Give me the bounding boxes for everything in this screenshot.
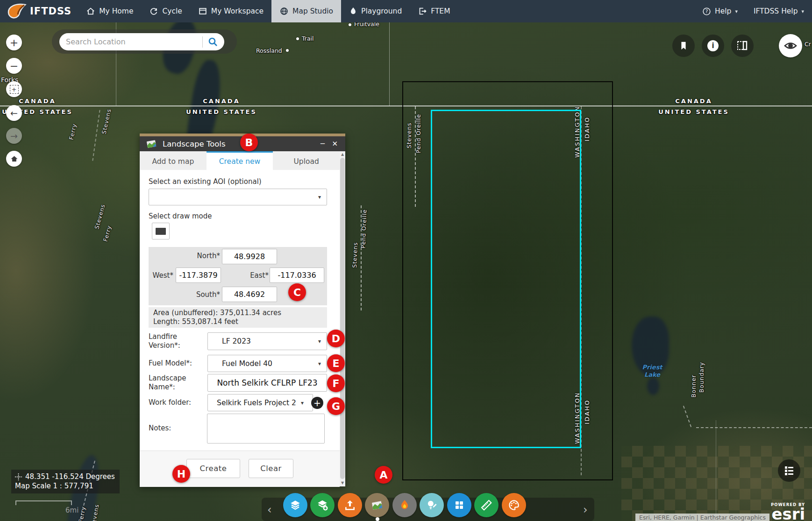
search-input[interactable] bbox=[65, 37, 198, 47]
east-input[interactable] bbox=[270, 268, 324, 283]
previous-extent-button[interactable]: ← bbox=[6, 105, 22, 121]
home-icon bbox=[86, 7, 95, 16]
home-extent-button[interactable] bbox=[6, 151, 22, 167]
border-label-us: UNITED STATES bbox=[658, 108, 729, 115]
clear-button[interactable]: Clear bbox=[249, 459, 293, 478]
bookmark-icon bbox=[678, 41, 689, 51]
zoom-out-button[interactable]: − bbox=[6, 58, 22, 74]
home-icon bbox=[10, 155, 19, 163]
landscape-tool-button-active[interactable] bbox=[365, 493, 389, 517]
zoom-to-extent-button[interactable]: + bbox=[6, 81, 22, 97]
fire-behavior-tool-button[interactable] bbox=[392, 493, 417, 517]
nav-item-playground[interactable]: Playground bbox=[341, 0, 410, 22]
nav-label: Cycle bbox=[162, 7, 182, 15]
workspace-icon bbox=[198, 7, 207, 16]
nav-item-map-studio[interactable]: Map Studio bbox=[271, 0, 341, 22]
guide-badge-b: B bbox=[240, 134, 258, 151]
west-input[interactable] bbox=[176, 268, 221, 283]
border-label-canada: CANADA bbox=[203, 98, 240, 105]
toolbar-scroll-left[interactable]: ‹ bbox=[267, 503, 272, 516]
landscape-tools-dialog: Landscape Tools ─ ✕ Add to map Create ne… bbox=[140, 134, 345, 486]
extent-box-icon: + bbox=[10, 85, 19, 94]
chevron-down-icon: ▾ bbox=[735, 8, 738, 14]
graticule-line bbox=[716, 420, 716, 521]
scroll-down-icon[interactable]: ▼ bbox=[340, 480, 345, 486]
east-label: East* bbox=[241, 271, 269, 280]
search-divider bbox=[202, 36, 203, 48]
iftdss-logo[interactable]: IFTDSS bbox=[0, 0, 78, 22]
aoi-select[interactable]: ▾ bbox=[149, 189, 327, 205]
eye-icon bbox=[784, 39, 798, 53]
back-arrow-icon: ← bbox=[10, 108, 18, 118]
nav-item-cycle[interactable]: Cycle bbox=[141, 0, 190, 22]
close-button[interactable]: ✕ bbox=[332, 140, 338, 148]
fuel-model-select[interactable]: Fuel Model 40 ▾ bbox=[207, 355, 327, 372]
next-extent-button[interactable]: → bbox=[6, 128, 22, 144]
nav-item-my-workspace[interactable]: My Workspace bbox=[190, 0, 271, 22]
landscape-name-label: Landscape Name*: bbox=[149, 374, 200, 392]
dialog-scrollbar[interactable]: ▲ ▼ bbox=[340, 151, 345, 486]
top-nav-bar: IFTDSS My Home Cycle My Workspace Map St… bbox=[0, 0, 812, 22]
layers-tool-button[interactable] bbox=[283, 493, 307, 517]
landfire-version-select[interactable]: LF 2023 ▾ bbox=[207, 332, 327, 350]
analysis-notes-tool-button[interactable] bbox=[420, 493, 444, 517]
guide-badge-f: F bbox=[327, 374, 345, 392]
drawn-aoi-rectangle[interactable] bbox=[431, 110, 581, 448]
visibility-button[interactable] bbox=[779, 34, 802, 57]
aoi-select-label: Select an existing AOI (optional) bbox=[149, 177, 262, 186]
ftem-exit-icon bbox=[418, 7, 427, 16]
swipe-tool-button[interactable] bbox=[731, 35, 754, 57]
add-work-folder-button[interactable]: + bbox=[311, 397, 323, 409]
map-studio-globe-icon bbox=[279, 7, 289, 16]
bookmarks-button[interactable] bbox=[672, 35, 695, 57]
landscape-tool-icon bbox=[371, 500, 383, 511]
measure-tool-button[interactable] bbox=[474, 493, 499, 517]
add-layers-icon bbox=[316, 499, 328, 511]
search-icon[interactable] bbox=[207, 36, 219, 48]
nav-label: Help bbox=[715, 7, 731, 15]
info-button[interactable]: i bbox=[702, 35, 724, 57]
lightbulb-pencil-icon bbox=[426, 499, 438, 511]
create-button[interactable]: Create bbox=[186, 459, 240, 478]
work-folder-select[interactable]: Selkirk Fuels Project 2 ▾ bbox=[207, 394, 313, 411]
minimize-button[interactable]: ─ bbox=[321, 140, 325, 148]
county-label-stevens: Stevens bbox=[351, 242, 359, 268]
scroll-up-icon[interactable]: ▲ bbox=[340, 152, 345, 157]
toolbar-scroll-right[interactable]: › bbox=[583, 503, 588, 516]
nav-item-ftem[interactable]: FTEM bbox=[410, 0, 458, 22]
add-layers-tool-button[interactable] bbox=[310, 493, 335, 517]
style-palette-tool-button[interactable] bbox=[502, 493, 526, 517]
area-summary-panel: Area (unbuffered): 375,011.34 acres Leng… bbox=[149, 307, 327, 328]
flame-logo-icon bbox=[7, 3, 27, 20]
north-input[interactable] bbox=[222, 249, 277, 264]
minus-icon: − bbox=[10, 60, 18, 72]
town-dot bbox=[296, 37, 299, 40]
plus-icon: + bbox=[313, 398, 321, 408]
tab-create-new[interactable]: Create new bbox=[207, 151, 273, 170]
notes-textarea[interactable] bbox=[207, 414, 325, 444]
south-input[interactable] bbox=[222, 287, 277, 302]
tab-add-to-map[interactable]: Add to map bbox=[140, 151, 207, 170]
chevron-down-icon: ▾ bbox=[801, 8, 804, 14]
nav-item-my-home[interactable]: My Home bbox=[78, 0, 141, 22]
tab-upload[interactable]: Upload bbox=[273, 151, 340, 170]
draw-mode-label: Select draw mode bbox=[149, 212, 212, 221]
apps-grid-tool-button[interactable] bbox=[447, 493, 471, 517]
guide-badge-c: C bbox=[288, 283, 306, 301]
forward-arrow-icon: → bbox=[10, 131, 18, 141]
chevron-down-icon: ▾ bbox=[318, 194, 321, 200]
palette-icon bbox=[508, 499, 520, 511]
nav-item-help[interactable]: ? Help ▾ bbox=[694, 7, 746, 16]
crosshair-icon bbox=[15, 473, 22, 480]
draw-rectangle-mode-button[interactable] bbox=[152, 223, 170, 239]
playground-flame-icon bbox=[349, 7, 357, 16]
nav-item-iftdss-help[interactable]: IFTDSS Help ▾ bbox=[746, 7, 812, 15]
zoom-in-button[interactable]: + bbox=[6, 35, 22, 50]
landscape-name-input[interactable] bbox=[207, 374, 327, 392]
search-location-container bbox=[52, 29, 237, 54]
town-label: Trail bbox=[302, 35, 314, 42]
scrollbar-thumb[interactable] bbox=[340, 158, 345, 479]
upload-tool-button[interactable] bbox=[338, 493, 362, 517]
legend-button[interactable] bbox=[778, 459, 800, 482]
grid-icon bbox=[454, 500, 465, 511]
